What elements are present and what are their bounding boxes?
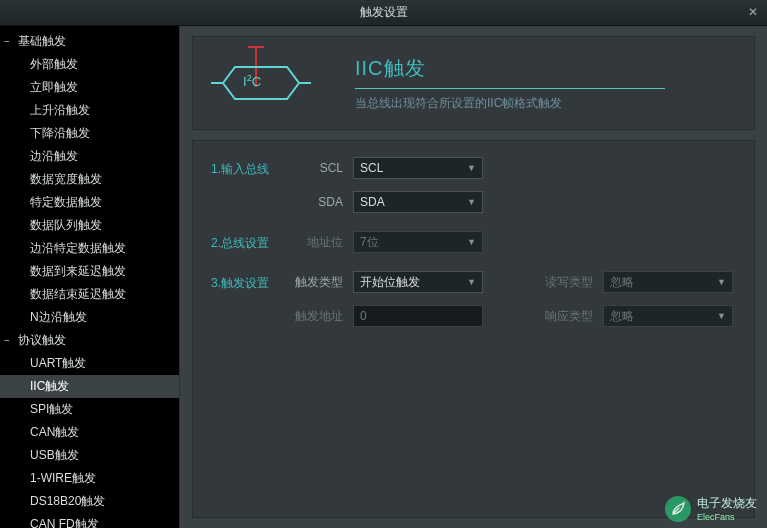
tree-item[interactable]: 边沿特定数据触发 — [0, 237, 179, 260]
scl-value: SCL — [360, 161, 383, 175]
trigaddr-input[interactable]: 0 — [353, 305, 483, 327]
page-desc: 当总线出现符合所设置的IIC帧格式触发 — [355, 95, 665, 112]
tree-item[interactable]: USB触发 — [0, 444, 179, 467]
trigtype-value: 开始位触发 — [360, 274, 420, 291]
tree-item[interactable]: 数据到来延迟触发 — [0, 260, 179, 283]
addrbits-value: 7位 — [360, 234, 379, 251]
tree-item[interactable]: 下降沿触发 — [0, 122, 179, 145]
chevron-down-icon: ▼ — [467, 277, 476, 287]
trigger-tree[interactable]: −基础触发外部触发立即触发上升沿触发下降沿触发边沿触发数据宽度触发特定数据触发数… — [0, 26, 180, 528]
title-bar: 触发设置 ✕ — [0, 0, 767, 26]
tree-item[interactable]: 数据宽度触发 — [0, 168, 179, 191]
section-label: 1.输入总线 — [211, 157, 283, 178]
tree-item[interactable]: 数据队列触发 — [0, 214, 179, 237]
section-input-bus: 1.输入总线 SCL SCL ▼ SDA SDA ▼ — [211, 157, 736, 213]
tree-group-header[interactable]: −协议触发 — [0, 329, 179, 352]
tree-item[interactable]: IIC触发 — [0, 375, 179, 398]
tree-item[interactable]: SPI触发 — [0, 398, 179, 421]
sda-label: SDA — [283, 195, 343, 209]
addrbits-label: 地址位 — [283, 234, 343, 251]
resptype-label: 响应类型 — [533, 308, 593, 325]
rwtype-label: 读写类型 — [533, 274, 593, 291]
tree-group-label: 基础触发 — [18, 33, 66, 50]
tree-item[interactable]: 外部触发 — [0, 53, 179, 76]
page-title: IIC触发 — [355, 55, 665, 82]
diagram-label: I2C — [243, 73, 261, 89]
tree-item[interactable]: 数据结束延迟触发 — [0, 283, 179, 306]
trigaddr-value: 0 — [360, 309, 367, 323]
tree-item[interactable]: 上升沿触发 — [0, 99, 179, 122]
section-label: 3.触发设置 — [211, 271, 283, 292]
chevron-down-icon: ▼ — [467, 197, 476, 207]
scl-select[interactable]: SCL ▼ — [353, 157, 483, 179]
trigtype-label: 触发类型 — [283, 274, 343, 291]
watermark-brand: 电子发烧友 — [697, 496, 757, 510]
title-rule — [355, 88, 665, 89]
trigtype-select[interactable]: 开始位触发 ▼ — [353, 271, 483, 293]
sda-value: SDA — [360, 195, 385, 209]
chevron-down-icon: ▼ — [717, 277, 726, 287]
resptype-value: 忽略 — [610, 308, 634, 325]
window-title: 触发设置 — [360, 4, 408, 21]
collapse-icon: − — [4, 36, 16, 47]
tree-item[interactable]: CAN触发 — [0, 421, 179, 444]
main-area: −基础触发外部触发立即触发上升沿触发下降沿触发边沿触发数据宽度触发特定数据触发数… — [0, 26, 767, 528]
tree-item[interactable]: N边沿触发 — [0, 306, 179, 329]
content-panel: I2C IIC触发 当总线出现符合所设置的IIC帧格式触发 1.输入总线 SCL… — [180, 26, 767, 528]
tree-item[interactable]: UART触发 — [0, 352, 179, 375]
sda-select[interactable]: SDA ▼ — [353, 191, 483, 213]
resptype-select[interactable]: 忽略 ▼ — [603, 305, 733, 327]
tree-group-label: 协议触发 — [18, 332, 66, 349]
tree-group-header[interactable]: −基础触发 — [0, 30, 179, 53]
scl-label: SCL — [283, 161, 343, 175]
tree-item[interactable]: DS18B20触发 — [0, 490, 179, 513]
addrbits-select[interactable]: 7位 ▼ — [353, 231, 483, 253]
section-trigger-settings: 3.触发设置 触发类型 开始位触发 ▼ 读写类型 忽略 ▼ — [211, 271, 736, 327]
section-label: 2.总线设置 — [211, 231, 283, 252]
chevron-down-icon: ▼ — [467, 237, 476, 247]
collapse-icon: − — [4, 335, 16, 346]
tree-item[interactable]: 特定数据触发 — [0, 191, 179, 214]
close-icon[interactable]: ✕ — [745, 4, 761, 20]
trigaddr-label: 触发地址 — [283, 308, 343, 325]
tree-item[interactable]: 1-WIRE触发 — [0, 467, 179, 490]
watermark-sub: ElecFans — [697, 512, 757, 522]
tree-item[interactable]: 边沿触发 — [0, 145, 179, 168]
rwtype-select[interactable]: 忽略 ▼ — [603, 271, 733, 293]
chevron-down-icon: ▼ — [467, 163, 476, 173]
leaf-icon — [665, 496, 691, 522]
i2c-diagram: I2C — [211, 43, 331, 123]
tree-item[interactable]: 立即触发 — [0, 76, 179, 99]
tree-item[interactable]: CAN FD触发 — [0, 513, 179, 528]
chevron-down-icon: ▼ — [717, 311, 726, 321]
header-card: I2C IIC触发 当总线出现符合所设置的IIC帧格式触发 — [192, 36, 755, 130]
rwtype-value: 忽略 — [610, 274, 634, 291]
section-bus-settings: 2.总线设置 地址位 7位 ▼ — [211, 231, 736, 253]
watermark: 电子发烧友 ElecFans — [665, 495, 757, 522]
form-card: 1.输入总线 SCL SCL ▼ SDA SDA ▼ — [192, 140, 755, 518]
